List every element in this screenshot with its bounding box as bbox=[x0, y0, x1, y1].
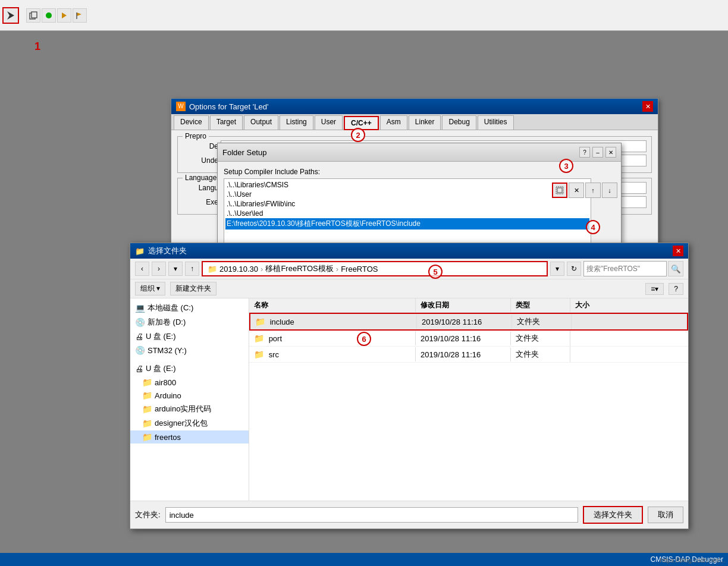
green-circle-btn[interactable] bbox=[42, 8, 56, 23]
fb-bc-sep2: › bbox=[336, 265, 338, 273]
options-dialog-title: W Options for Target 'Led' bbox=[176, 102, 268, 111]
copy-btn[interactable] bbox=[26, 8, 40, 23]
path-up-btn[interactable]: ↑ bbox=[585, 183, 601, 198]
step3-circle: 3 bbox=[559, 159, 573, 173]
file-date-include: 2019/10/28 11:16 bbox=[417, 315, 512, 329]
fb-help-btn[interactable]: ? bbox=[669, 283, 683, 295]
sidebar-freertos[interactable]: 📁 freertos bbox=[130, 430, 249, 444]
folder-min-btn[interactable]: – bbox=[592, 147, 603, 158]
tab-listing[interactable]: Listing bbox=[280, 115, 313, 130]
cancel-btn[interactable]: 取消 bbox=[648, 507, 683, 523]
step1-label: 1 bbox=[34, 40, 40, 53]
file-date-src: 2019/10/28 11:16 bbox=[416, 348, 511, 361]
organize-btn[interactable]: 组织 ▾ bbox=[135, 282, 165, 295]
flag-btn[interactable] bbox=[73, 8, 87, 23]
arrow-right-btn[interactable] bbox=[57, 8, 71, 23]
options-close-btn[interactable]: ✕ bbox=[642, 101, 653, 112]
fb-search-input[interactable] bbox=[583, 261, 667, 276]
sidebar-designer[interactable]: 📁 designer汉化包 bbox=[130, 416, 249, 430]
tab-device[interactable]: Device bbox=[174, 115, 209, 130]
usb-group-label: U 盘 (E:) bbox=[146, 363, 176, 374]
sidebar-arduino[interactable]: 📁 Arduino bbox=[130, 389, 249, 402]
compiler-paths-label: Setup Compiler Include Paths: bbox=[224, 168, 591, 176]
folder-close-btn[interactable]: ✕ bbox=[605, 147, 616, 158]
fb-bc-sep1: › bbox=[261, 265, 263, 273]
path-down-btn[interactable]: ↓ bbox=[602, 183, 617, 198]
svg-marker-5 bbox=[77, 12, 81, 16]
tab-user[interactable]: User bbox=[315, 115, 343, 130]
toolbar bbox=[0, 0, 728, 31]
file-row-include[interactable]: 📁 include 2019/10/28 11:16 文件夹 bbox=[249, 313, 688, 331]
fb-main: 名称 修改日期 类型 大小 📁 include 2019/10/28 11:16… bbox=[249, 298, 688, 501]
path-add-btn[interactable] bbox=[552, 183, 567, 198]
fb-body: 💻 本地磁盘 (C:) 💿 新加卷 (D:) 🖨 U 盘 (E:) 💿 STM3… bbox=[130, 298, 688, 501]
fb-bc-current: FreeRTOS bbox=[341, 265, 378, 273]
folder-include-icon: 📁 bbox=[255, 317, 265, 326]
path-list[interactable]: .\..\Libraries\CMSIS .\..\User .\..\Libr… bbox=[224, 178, 591, 250]
col-name-header: 名称 bbox=[249, 298, 416, 312]
file-size-include bbox=[572, 319, 619, 324]
view-btn[interactable]: ≡▾ bbox=[645, 283, 664, 295]
path-item-4[interactable]: .\..\User\led bbox=[225, 209, 589, 218]
folder-input[interactable] bbox=[165, 507, 578, 523]
fb-bc-root: 2019.10.30 bbox=[219, 265, 258, 273]
stm32-icon: 💿 bbox=[135, 345, 145, 355]
usb-group-icon: 🖨 bbox=[135, 364, 143, 373]
sidebar-arduino-code[interactable]: 📁 arduino实用代码 bbox=[130, 402, 249, 416]
sidebar-stm32-y[interactable]: 💿 STM32 (Y:) bbox=[130, 344, 249, 357]
options-title-text: Options for Target 'Led' bbox=[189, 102, 268, 111]
path-item-3[interactable]: .\..\Libraries\FWlib\inc bbox=[225, 199, 589, 209]
sidebar-local-c[interactable]: 💻 本地磁盘 (C:) bbox=[130, 301, 249, 315]
tab-utilities[interactable]: Utilities bbox=[478, 115, 514, 130]
select-folder-btn[interactable]: 选择文件夹 bbox=[583, 506, 643, 524]
fb-dropdown2-btn[interactable]: ▾ bbox=[550, 262, 564, 276]
file-row-port[interactable]: 📁 port 2019/10/28 11:16 文件夹 bbox=[249, 331, 688, 347]
path-item-2[interactable]: .\..\User bbox=[225, 190, 589, 199]
fb-search-bar: 🔍 bbox=[583, 261, 683, 276]
svg-marker-4 bbox=[62, 12, 67, 18]
fb-back-btn[interactable]: ‹ bbox=[135, 262, 149, 276]
fb-close-btn[interactable]: ✕ bbox=[673, 246, 683, 256]
tab-linker[interactable]: Linker bbox=[409, 115, 441, 130]
fb-footer: 文件夹: 选择文件夹 取消 bbox=[130, 501, 688, 529]
new-folder-btn[interactable]: 新建文件夹 bbox=[170, 282, 216, 295]
fb-refresh-btn[interactable]: ↻ bbox=[567, 262, 581, 276]
fb-up-btn[interactable]: ↑ bbox=[185, 262, 199, 276]
fb-toolbar: 组织 ▾ 新建文件夹 ≡▾ ? bbox=[130, 279, 688, 298]
tab-output[interactable]: Output bbox=[244, 115, 278, 130]
svg-rect-2 bbox=[32, 12, 37, 18]
sidebar-usb-e[interactable]: 🖨 U 盘 (E:) bbox=[130, 329, 249, 344]
fb-search-btn[interactable]: 🔍 bbox=[668, 261, 683, 276]
step4-circle: 4 bbox=[586, 220, 600, 234]
path-item-1[interactable]: .\..\Libraries\CMSIS bbox=[225, 180, 589, 190]
sidebar-usb-group: 🖨 U 盘 (E:) bbox=[130, 361, 249, 376]
air800-label: air800 bbox=[155, 378, 176, 387]
file-size-port bbox=[570, 336, 618, 341]
fb-folder-icon: 📁 bbox=[208, 265, 217, 273]
file-browser-dialog: 📁 选择文件夹 ✕ ‹ › ▾ ↑ 📁 2019.10.30 › 移植FreeR… bbox=[130, 243, 689, 529]
file-name-text-port: port bbox=[269, 334, 282, 343]
drive-d-icon: 💿 bbox=[135, 317, 145, 327]
fb-title: 📁 选择文件夹 bbox=[135, 246, 187, 256]
tab-target[interactable]: Target bbox=[210, 115, 243, 130]
fb-dropdown-btn[interactable]: ▾ bbox=[168, 262, 183, 276]
tab-asm[interactable]: Asm bbox=[380, 115, 407, 130]
path-action-toolbar: ✕ ↑ ↓ bbox=[552, 183, 617, 198]
file-date-port: 2019/10/28 11:16 bbox=[416, 332, 511, 345]
drive-d-label: 新加卷 (D:) bbox=[148, 317, 186, 328]
file-list-header: 名称 修改日期 类型 大小 bbox=[249, 298, 688, 313]
path-item-5[interactable]: E:\freetos\2019.10.30\移植FreeRTOS模板\FreeR… bbox=[225, 218, 589, 229]
file-name-text-src: src bbox=[269, 350, 279, 359]
sidebar-air800[interactable]: 📁 air800 bbox=[130, 376, 249, 389]
path-delete-btn[interactable]: ✕ bbox=[569, 183, 584, 198]
folder-label: 文件夹: bbox=[135, 510, 161, 520]
sidebar-local-d[interactable]: 💿 新加卷 (D:) bbox=[130, 315, 249, 329]
fb-forward-btn[interactable]: › bbox=[152, 262, 166, 276]
langu-label: Langu bbox=[183, 184, 218, 192]
file-size-src bbox=[570, 352, 618, 357]
file-type-port: 文件夹 bbox=[511, 331, 570, 346]
tab-debug[interactable]: Debug bbox=[442, 115, 476, 130]
file-row-src[interactable]: 📁 src 2019/10/28 11:16 文件夹 bbox=[249, 347, 688, 363]
folder-help-btn[interactable]: ? bbox=[579, 147, 590, 158]
debug-icon-btn[interactable] bbox=[2, 7, 19, 24]
